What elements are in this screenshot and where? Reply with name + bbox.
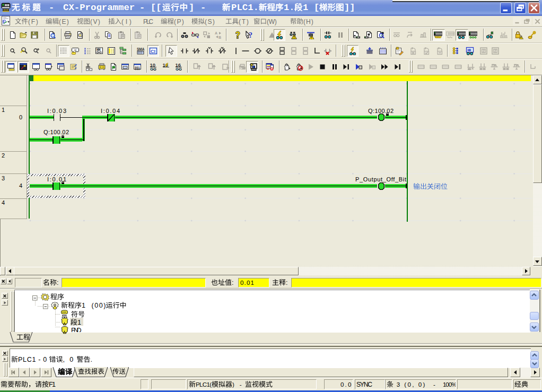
svg-text:2: 2 [2,152,5,159]
svg-text:SYNC: SYNC [356,381,372,388]
svg-text:PLC1(: PLC1( [196,381,212,388]
svg-text:, 0: , 0 [63,355,76,363]
svg-text:I:0.03: I:0.03 [47,108,66,114]
svg-text:3 (0, 0): 3 (0, 0) [394,381,425,388]
svg-text::: : [286,278,287,286]
svg-text:0: 0 [19,114,22,120]
svg-text:4: 4 [19,182,22,189]
svg-text:.: . [90,355,92,363]
svg-text:Q:100.02: Q:100.02 [43,129,69,135]
svg-text:100%: 100% [443,381,455,388]
svg-text:0.01: 0.01 [240,278,254,285]
svg-text:) -: ) - [232,381,245,388]
svg-text:4: 4 [2,199,5,206]
svg-text::: : [57,278,58,286]
svg-text:1: 1 [2,107,5,113]
svg-text:F1: F1 [49,381,56,388]
svg-text:1: 1 [77,319,81,326]
svg-text:I:0.04: I:0.04 [101,108,120,114]
svg-text:PLC1 - 0: PLC1 - 0 [18,355,49,363]
svg-text:-: - [433,381,435,388]
svg-text:0.0: 0.0 [340,381,351,388]
svg-text:3: 3 [2,175,5,181]
svg-text::: : [232,278,233,286]
svg-text:Q:100.02: Q:100.02 [368,108,394,114]
svg-text:1 (00): 1 (00) [82,302,106,309]
svg-text:END: END [71,327,82,332]
svg-text:P_Output_Off_Bit: P_Output_Off_Bit [355,176,406,182]
